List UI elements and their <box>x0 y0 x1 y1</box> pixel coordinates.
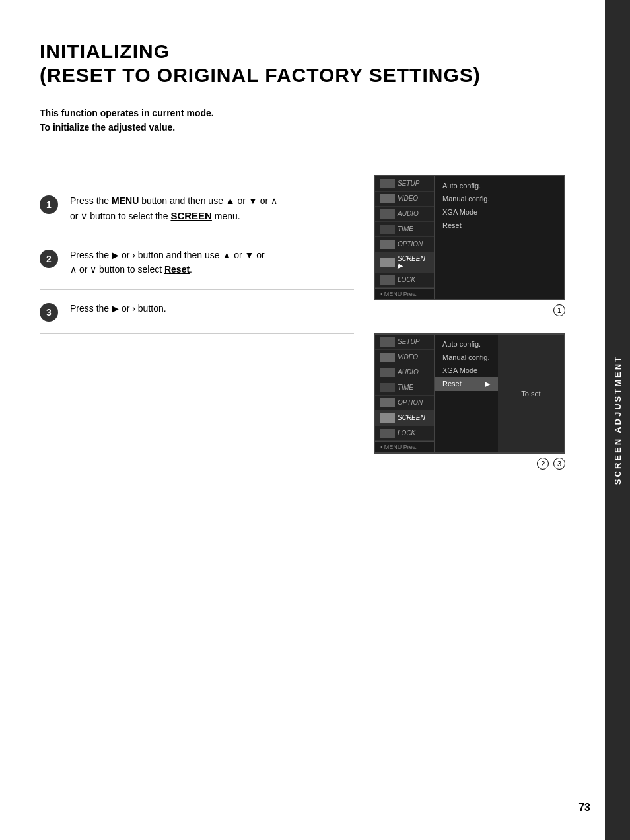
steps: 1 Press the MENU button and then use ▲ o… <box>40 182 354 334</box>
thumb-time-2 <box>380 383 395 392</box>
right-item-reset-selected: Reset ▶ <box>435 377 498 391</box>
step-1: 1 Press the MENU button and then use ▲ o… <box>40 182 354 236</box>
menu-item-setup-2: SETUP <box>375 335 434 350</box>
menu-item-setup: SETUP <box>375 176 434 192</box>
thumb-audio <box>380 209 395 219</box>
step-number-2: 2 <box>40 250 58 268</box>
menu-item-video-2: VIDEO <box>375 350 434 365</box>
steps-left: 1 Press the MENU button and then use ▲ o… <box>40 175 354 487</box>
annotation-circle-2: 2 <box>537 458 549 470</box>
content-area: 1 Press the MENU button and then use ▲ o… <box>40 175 565 487</box>
menu-item-lock-2: LOCK <box>375 426 434 441</box>
menu-item-screen-active: SCREEN ▶ <box>375 252 434 273</box>
menu-item-video: VIDEO <box>375 192 434 207</box>
menu-footer-1: ▪ MENU Prev. <box>375 288 434 299</box>
title-line2: (RESET TO ORIGINAL FACTORY SETTINGS) <box>40 63 565 87</box>
step-text-3: Press the ▶ or › button. <box>70 302 354 316</box>
reset-keyword: Reset <box>164 264 190 275</box>
menu-item-screen-active-2: SCREEN <box>375 411 434 426</box>
screen-menu-label: SCREEN <box>170 210 212 221</box>
page-title: INITIALIZING (RESET TO ORIGINAL FACTORY … <box>40 40 565 87</box>
right-item-reset-1: Reset <box>435 219 564 232</box>
thumb-audio-2 <box>380 368 395 377</box>
main-content: INITIALIZING (RESET TO ORIGINAL FACTORY … <box>0 0 605 840</box>
menu-footer-2: ▪ MENU Prev. <box>375 441 434 452</box>
subtitle-line1: This function operates in current mode. <box>40 106 565 120</box>
menu-item-option: OPTION <box>375 237 434 252</box>
thumb-setup <box>380 179 395 188</box>
right-item-autoconfig-1: Auto config. <box>435 179 564 192</box>
page-number: 73 <box>578 802 590 814</box>
menu-item-time: TIME <box>375 222 434 237</box>
screenshots-area: SETUP VIDEO AUDIO TIME <box>374 175 565 487</box>
screenshot-2: SETUP VIDEO AUDIO TIME <box>374 333 565 454</box>
right-item-xgamode-2: XGA Mode <box>435 364 498 377</box>
right-item-manualconfig-2: Manual config. <box>435 351 498 364</box>
step-3: 3 Press the ▶ or › button. <box>40 289 354 334</box>
thumb-option <box>380 240 395 249</box>
step-text-1: Press the MENU button and then use ▲ or … <box>70 194 354 224</box>
screenshot-1: SETUP VIDEO AUDIO TIME <box>374 175 565 300</box>
sidebar-label: SCREEN ADJUSTMENT <box>613 355 623 485</box>
step-number-1: 1 <box>40 195 58 214</box>
step-text-2: Press the ▶ or › button and then use ▲ o… <box>70 248 354 277</box>
menu-item-audio: AUDIO <box>375 207 434 222</box>
menu-right-1: Auto config. Manual config. XGA Mode Res… <box>435 176 564 299</box>
thumb-option-2 <box>380 398 395 407</box>
page-subtitle: This function operates in current mode. … <box>40 106 565 135</box>
thumb-lock-2 <box>380 429 395 438</box>
menu-item-time-2: TIME <box>375 380 434 396</box>
screenshot-1-block: SETUP VIDEO AUDIO TIME <box>374 175 565 330</box>
annotation-1: 1 <box>374 304 565 316</box>
right-item-autoconfig-2: Auto config. <box>435 337 498 351</box>
to-set-label: To set <box>521 390 540 398</box>
subtitle-line2: To initialize the adjusted value. <box>40 120 565 135</box>
step-number-3: 3 <box>40 303 58 322</box>
menu-item-audio-2: AUDIO <box>375 365 434 380</box>
right-item-manualconfig-1: Manual config. <box>435 192 564 205</box>
screenshot-2-block: SETUP VIDEO AUDIO TIME <box>374 333 565 483</box>
right-item-xgamode-1: XGA Mode <box>435 205 564 219</box>
annotation-circle-3: 3 <box>553 458 565 470</box>
annotation-23: 2 3 <box>374 458 565 470</box>
menu-item-lock: LOCK <box>375 273 434 288</box>
thumb-video <box>380 194 395 203</box>
annotation-circle-1: 1 <box>553 304 565 316</box>
menu-third-panel: To set <box>498 335 564 452</box>
thumb-screen <box>380 258 395 267</box>
thumb-video-2 <box>380 353 395 362</box>
step-2: 2 Press the ▶ or › button and then use ▲… <box>40 236 354 289</box>
menu-right-2: Auto config. Manual config. XGA Mode Res… <box>435 335 498 452</box>
menu-keyword: MENU <box>112 195 139 206</box>
thumb-lock <box>380 275 395 285</box>
sidebar: SCREEN ADJUSTMENT <box>605 0 630 840</box>
menu-left-1: SETUP VIDEO AUDIO TIME <box>375 176 435 299</box>
title-line1: INITIALIZING <box>40 40 565 63</box>
thumb-screen-2 <box>380 413 395 423</box>
thumb-setup-2 <box>380 337 395 347</box>
menu-item-option-2: OPTION <box>375 396 434 411</box>
menu-left-2: SETUP VIDEO AUDIO TIME <box>375 335 435 452</box>
thumb-time <box>380 225 395 234</box>
